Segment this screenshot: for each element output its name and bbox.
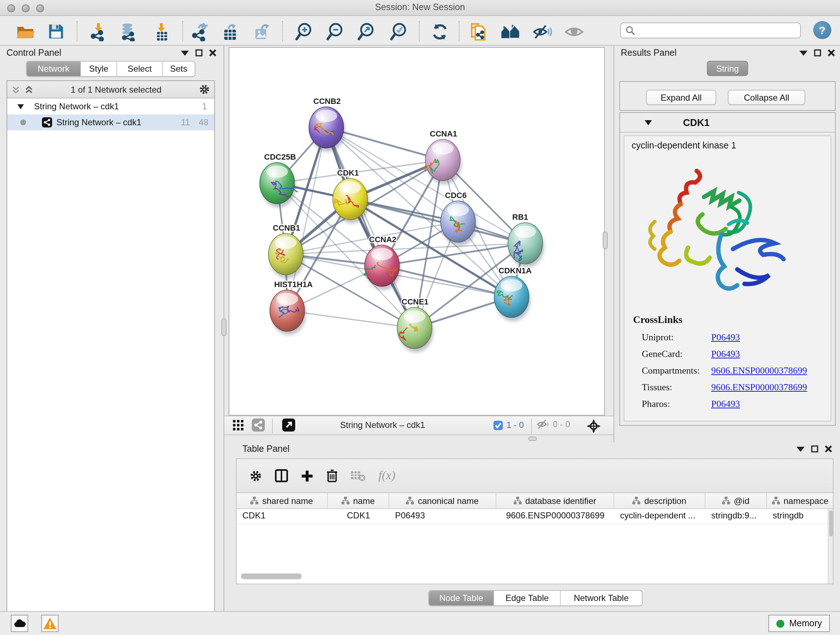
function-builder-icon[interactable]: f(x) <box>378 469 395 483</box>
network-graph[interactable]: CCNB2CCNA1CDC25BCDK1CDC6RB1CCNB1CCNA2HIS… <box>229 48 604 415</box>
tab-network-table[interactable]: Network Table <box>561 591 642 605</box>
warnings-button[interactable] <box>41 615 58 632</box>
table-cell[interactable]: CDK1 <box>237 509 328 524</box>
delete-table-icon[interactable] <box>351 470 365 481</box>
network-edge[interactable] <box>287 310 415 328</box>
table-cell[interactable]: stringdb <box>767 509 834 524</box>
import-network-from-database-button[interactable] <box>118 22 137 41</box>
zoom-fit-button[interactable] <box>356 22 376 41</box>
column-header-shared-name[interactable]: shared name <box>237 493 328 508</box>
tab-select[interactable]: Select <box>117 62 163 76</box>
node-table[interactable]: shared namenamecanonical namedatabase id… <box>236 493 834 584</box>
collapse-gene-icon[interactable] <box>645 119 652 125</box>
network-canvas[interactable]: CCNB2CCNA1CDC25BCDK1CDC6RB1CCNB1CCNA2HIS… <box>229 47 605 416</box>
open-session-button[interactable] <box>15 22 35 41</box>
crosslink-value-link[interactable]: 9606.ENSP00000378699 <box>711 364 807 376</box>
crosslink-value-link[interactable]: P06493 <box>711 398 740 409</box>
memory-button[interactable]: Memory <box>768 615 830 632</box>
crosslink-value-link[interactable]: P06493 <box>711 331 740 343</box>
table-cell[interactable]: CDK1 <box>328 509 389 524</box>
panel-close-icon[interactable] <box>828 49 835 57</box>
table-row[interactable]: CDK1CDK1P064939606.ENSP00000378699cyclin… <box>237 509 833 524</box>
network-node-RB1[interactable]: RB1 <box>508 212 544 268</box>
starter-panel-button[interactable] <box>501 22 520 41</box>
right-splitter-handle[interactable] <box>603 232 608 249</box>
collapse-all-networks-icon[interactable] <box>11 85 20 94</box>
column-header-description[interactable]: description <box>614 493 706 508</box>
panel-maximize-icon[interactable] <box>195 49 202 57</box>
cloud-status-button[interactable] <box>11 615 28 632</box>
expand-all-button[interactable]: Expand All <box>646 90 716 105</box>
crosslink-value-link[interactable]: 9606.ENSP00000378699 <box>711 381 807 393</box>
save-session-button[interactable] <box>46 22 66 41</box>
zoom-selected-button[interactable] <box>388 22 408 41</box>
table-cell[interactable]: cyclin-dependent ... <box>614 509 706 524</box>
apply-layout-button[interactable] <box>430 22 449 41</box>
help-button[interactable]: ? <box>813 21 831 39</box>
panel-float-icon[interactable] <box>797 446 805 452</box>
export-table-button[interactable] <box>221 22 240 41</box>
network-node-HIST1H1A[interactable]: HIST1H1A <box>270 280 313 335</box>
network-node-CDC6[interactable]: CDC6 <box>441 191 477 246</box>
tab-style[interactable]: Style <box>81 62 117 76</box>
left-splitter-handle[interactable] <box>221 318 226 336</box>
zoom-in-button[interactable] <box>294 22 313 41</box>
tab-string[interactable]: String <box>707 61 748 76</box>
network-node-CCNA1[interactable]: CCNA1 <box>424 129 462 184</box>
network-node-CCNB1[interactable]: CCNB1 <box>268 223 305 279</box>
network-node-CDK1[interactable]: CDK1 <box>333 168 369 223</box>
export-image-button[interactable] <box>253 22 272 41</box>
column-header--id[interactable]: @id <box>706 493 767 508</box>
vertical-scrollbar[interactable] <box>828 509 833 584</box>
crosslink-value-link[interactable]: P06493 <box>711 348 740 359</box>
search-field[interactable] <box>620 22 801 38</box>
network-node-CCNB2[interactable]: CCNB2 <box>309 97 345 152</box>
network-node-CDC25B[interactable]: CDC25B <box>260 152 298 207</box>
tree-expander-icon[interactable] <box>17 104 24 109</box>
selected-checkbox-icon[interactable] <box>493 420 503 430</box>
panel-maximize-icon[interactable] <box>811 445 818 453</box>
horizontal-splitter-handle[interactable] <box>528 437 537 441</box>
duplicate-network-button[interactable] <box>469 22 488 41</box>
panel-float-icon[interactable] <box>181 50 189 56</box>
table-cell[interactable]: 9606.ENSP00000378699 <box>496 509 614 524</box>
show-columns-icon[interactable] <box>275 469 288 482</box>
tab-sets[interactable]: Sets <box>163 62 195 76</box>
import-table-from-file-button[interactable] <box>151 22 171 41</box>
collapse-all-button[interactable]: Collapse All <box>728 90 805 105</box>
column-header-name[interactable]: name <box>328 493 389 508</box>
panel-close-icon[interactable] <box>209 49 216 57</box>
network-node-CCNA2[interactable]: CCNA2 <box>364 235 401 290</box>
panel-float-icon[interactable] <box>799 50 807 56</box>
create-column-plus-icon[interactable] <box>301 470 313 482</box>
network-overview-button[interactable] <box>250 417 266 433</box>
tab-node-table[interactable]: Node Table <box>429 591 494 605</box>
fit-selected-button[interactable] <box>584 417 602 434</box>
column-header-database-identifier[interactable]: database identifier <box>496 493 614 508</box>
tab-network[interactable]: Network <box>27 62 81 76</box>
panel-close-icon[interactable] <box>825 445 832 453</box>
network-collection-row[interactable]: String Network – cdk1 1 <box>7 98 214 114</box>
column-header-canonical-name[interactable]: canonical name <box>389 493 496 508</box>
birds-eye-view-button[interactable] <box>230 417 246 433</box>
table-options-gear-icon[interactable] <box>249 470 262 482</box>
search-input[interactable] <box>635 25 800 36</box>
network-node-CDKN1A[interactable]: CDKN1A <box>494 266 532 321</box>
table-cell[interactable]: stringdb:9... <box>706 509 767 524</box>
table-cell[interactable]: P06493 <box>389 509 496 524</box>
import-network-from-file-button[interactable] <box>88 22 108 41</box>
zoom-out-button[interactable] <box>325 22 344 41</box>
network-row-selected[interactable]: String Network – cdk1 11 48 <box>7 114 214 130</box>
export-network-button[interactable] <box>189 22 209 41</box>
show-graphics-details-button[interactable] <box>564 22 584 41</box>
export-view-button[interactable] <box>281 417 297 433</box>
network-options-gear-icon[interactable] <box>199 84 210 95</box>
expand-all-networks-icon[interactable] <box>25 85 33 94</box>
tab-edge-table[interactable]: Edge Table <box>494 591 561 605</box>
column-header-namespace[interactable]: namespace <box>767 493 834 508</box>
delete-column-trash-icon[interactable] <box>326 469 338 482</box>
panel-maximize-icon[interactable] <box>814 49 821 57</box>
network-node-CCNE1[interactable]: CCNE1 <box>397 297 433 352</box>
gene-section-header[interactable]: CDK1 <box>620 113 835 133</box>
horizontal-scrollbar[interactable] <box>241 573 302 579</box>
